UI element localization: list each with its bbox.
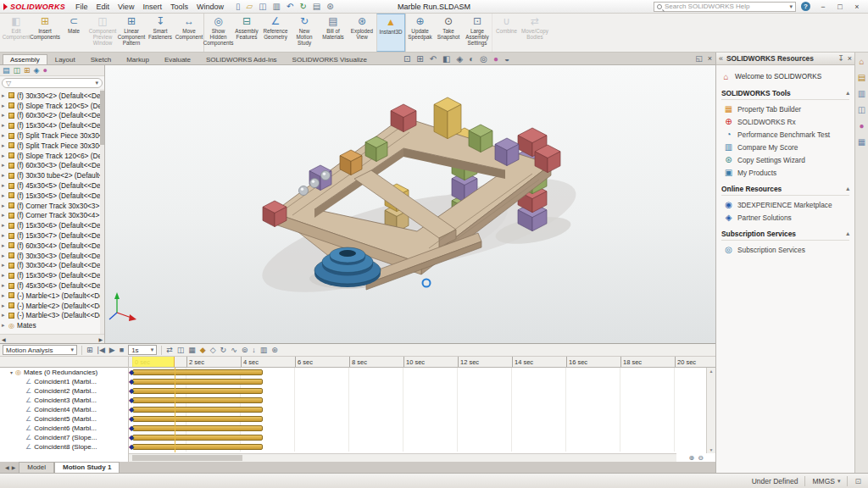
playback-mode-icon[interactable]: ⇄ [166,345,173,356]
change-bar[interactable] [132,444,263,450]
change-bar[interactable] [132,369,263,375]
timeline-vscrollbar[interactable]: ▲ ▼ [706,368,715,453]
task-pane-link[interactable]: ◉ 3DEXPERIENCE Marketplace [724,198,849,211]
task-pane-link[interactable]: ▣ My Products [724,166,849,179]
property-manager-tab-icon[interactable]: ◫ [14,66,21,75]
menu-item[interactable]: Edit [97,3,110,11]
chevron-up-icon[interactable]: ▴ [846,230,849,237]
timeline-hscrollbar[interactable] [129,453,676,462]
ribbon-button[interactable]: ⊕ Update Speedpak [405,14,434,52]
open-icon[interactable]: ▱ [246,1,253,13]
motor-icon[interactable]: ↻ [220,345,227,356]
change-bar[interactable] [132,425,263,431]
motion-mate-row[interactable]: ∠ Coincident1 (Marbl... [0,377,128,386]
command-tab[interactable]: Sketch [83,54,119,64]
feature-tree-item[interactable]: (f) Slope Track 120<6> (Default... [0,151,104,161]
task-pane-link[interactable]: ⊛ Copy Settings Wizard [724,153,849,166]
document-tab[interactable]: Model [19,462,54,473]
assembly-3d-model[interactable] [105,65,715,343]
hide-show-items-icon[interactable]: ◎ [480,53,487,64]
ribbon-button[interactable]: ∪ Combine [492,14,520,52]
ribbon-button[interactable]: ⊞ Insert Components [31,14,59,52]
feature-tree-item[interactable]: (f) Split Track Piece 30x30<3> (D... [0,141,104,151]
feature-tree-item[interactable]: (f) 15x30<6> (Default<<Default... [0,220,104,230]
ribbon-button[interactable]: ▤ Bill of Materials [319,14,348,52]
document-tab[interactable]: Motion Study 1 [54,462,120,473]
ribbon-button[interactable]: ◧ Edit Component [2,14,31,52]
calculate-icon[interactable]: ⊞ [86,345,93,356]
save-icon[interactable]: ◫ [259,1,266,13]
view-orientation-icon[interactable]: ◈ [457,53,464,64]
maximize-icon[interactable]: □ [832,3,848,11]
command-tab[interactable]: SOLIDWORKS Visualize [285,54,375,64]
options-icon[interactable]: ⊛ [326,1,333,13]
motion-mate-row[interactable]: ∠ Coincident5 (Marbl... [0,414,128,424]
ribbon-button[interactable]: ↻ New Motion Study [290,14,319,52]
expand-icon[interactable] [2,103,8,109]
tree-scrollbar[interactable] [100,89,104,334]
timeline-row[interactable] [129,386,715,396]
expand-icon[interactable] [2,302,8,309]
ribbon-button[interactable]: ⊛ Exploded View [348,14,376,52]
tab-nav-left-icon[interactable]: ◀ [5,464,9,470]
ribbon-button[interactable]: ↔ Move Component [175,14,203,52]
configuration-manager-tab-icon[interactable]: ⊞ [24,66,31,75]
task-pane-link[interactable]: ◈ Partner Solutions [724,211,849,224]
timeline-row[interactable] [129,433,715,442]
help-search-box[interactable]: ▾ [654,2,796,12]
expand-icon[interactable] [2,182,8,189]
undo-icon[interactable]: ↶ [287,1,293,13]
task-pane-link[interactable]: ▦ Property Tab Builder [724,103,849,115]
zoom-in-icon[interactable]: ⊕ [689,454,695,462]
expand-icon[interactable] [2,212,8,219]
expand-icon[interactable] [2,222,8,229]
feature-tree-item[interactable]: (f) Corner Track 30x30<4> (Def... [0,211,104,221]
zoom-fit-icon[interactable]: ⊡ [403,53,410,64]
feature-tree-item[interactable]: (f) 45x30<5> (Default<<Default... [0,180,104,191]
expand-icon[interactable] [2,282,8,289]
expand-icon[interactable] [2,92,8,99]
tab-nav-left-icon[interactable]: ◀ [2,336,6,342]
ribbon-button[interactable]: ⊞ Linear Component Pattern [117,14,146,52]
expand-icon[interactable] [2,152,8,159]
feature-tree-item[interactable]: (f) 60x30<2> (Default<<Default... [0,111,104,121]
rebuild-icon[interactable]: ↻ [299,1,306,13]
menu-item[interactable]: Insert [142,3,162,11]
keyframe-icon[interactable] [129,405,134,414]
expand-icon[interactable] [2,162,8,169]
new-icon[interactable]: ▯ [236,1,241,13]
change-bar[interactable] [132,416,263,422]
feature-tree-item[interactable]: (f) Slope Track 120<5> (Default... [0,101,104,111]
change-bar[interactable] [132,407,263,413]
motion-mate-row[interactable]: ∠ Coincident6 (Marbl... [0,424,128,433]
chevron-up-icon[interactable]: ▴ [846,186,849,192]
gravity-icon[interactable]: ↓ [252,345,256,356]
print-icon[interactable]: ▥ [273,1,281,13]
ribbon-button[interactable]: ◎ Show Hidden Components [203,14,232,52]
ribbon-button[interactable]: ⊟ Assembly Features [232,14,261,52]
view-settings-icon[interactable]: ◒ [504,53,509,64]
keyframe-icon[interactable] [129,396,134,405]
ribbon-button[interactable]: ↧ Smart Fasteners [146,14,175,52]
keyframe-icon[interactable] [129,433,134,442]
ribbon-button[interactable]: ⇄ Move/Copy Bodies [520,14,549,52]
chevron-down-icon[interactable]: ▾ [789,3,793,10]
mates-tree-item[interactable]: ◎ Mates [0,320,104,330]
close-pane-icon[interactable]: × [848,54,852,63]
timeline-ruler[interactable]: 0 sec2 sec4 sec6 sec8 sec10 sec12 sec14 … [129,357,715,368]
tab-nav-right-icon[interactable]: ▶ [12,464,16,470]
change-bar[interactable] [132,388,263,394]
feature-tree-item[interactable]: (f) 60x30<4> (Default<<Default... [0,241,104,251]
section-header[interactable]: Subscription Services ▴ [721,230,849,241]
collapse-left-icon[interactable]: « [719,54,723,63]
chevron-up-icon[interactable]: ▴ [846,90,849,97]
expand-icon[interactable] [2,202,8,209]
expand-icon[interactable] [2,132,8,139]
expand-icon[interactable] [2,172,8,179]
save-animation-icon[interactable]: ◫ [177,345,185,356]
ribbon-button[interactable]: ⊙ Take Snapshot [434,14,463,52]
timeline[interactable]: 0 sec2 sec4 sec6 sec8 sec10 sec12 sec14 … [129,357,715,462]
timeline-row[interactable] [129,377,715,386]
edit-appearance-icon[interactable]: ● [493,53,498,64]
command-tab[interactable]: Layout [47,54,83,64]
